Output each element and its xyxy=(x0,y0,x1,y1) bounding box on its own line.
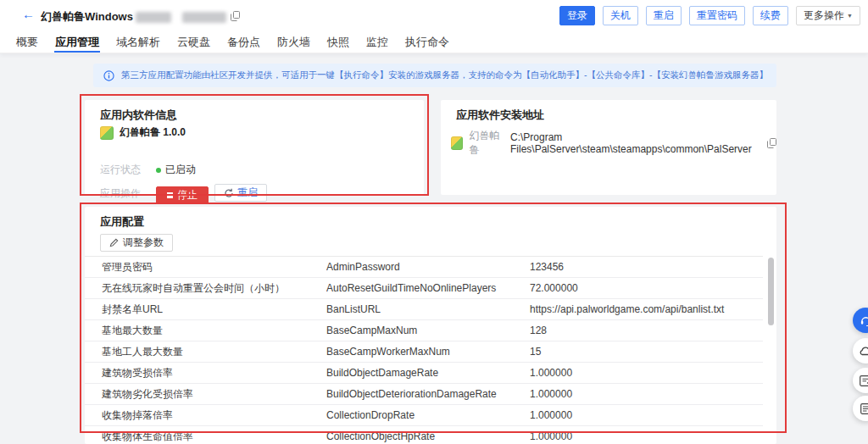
config-row: 基地工人最大数量BaseCampWorkerMaxNum15 xyxy=(85,341,763,363)
more-actions-label: 更多操作 xyxy=(804,9,844,21)
card-title: 应用内软件信息 xyxy=(100,108,177,123)
cloud-button[interactable] xyxy=(853,338,868,364)
config-row: 无在线玩家时自动重置公会时间（小时）AutoResetGuildTimeNoOn… xyxy=(85,278,763,299)
stop-app-button[interactable]: 停止 xyxy=(156,186,209,204)
config-row: 建筑物受损倍率BuildObjectDamageRate1.000000 xyxy=(85,363,763,384)
tab-5[interactable]: 防火墙 xyxy=(276,31,311,53)
config-key: AdminPassword xyxy=(326,261,530,273)
info-banner: 第三方应用配置功能由社区开发并提供，可适用于一键【执行命令】安装的游戏服务器，支… xyxy=(93,64,776,87)
palworld-app-icon xyxy=(100,126,114,140)
config-value: 1.000000 xyxy=(530,367,763,379)
config-label: 无在线玩家时自动重置公会时间（小时） xyxy=(85,281,326,296)
card-title: 应用配置 xyxy=(100,214,144,230)
config-table: 管理员密码AdminPassword123456无在线玩家时自动重置公会时间（小… xyxy=(85,256,763,444)
chevron-down-icon: ▼ xyxy=(847,13,853,19)
redacted-text xyxy=(182,12,226,23)
config-label: 管理员密码 xyxy=(85,260,326,275)
app-name-version: 幻兽帕鲁 1.0.0 xyxy=(120,125,186,140)
config-row: 收集物掉落倍率CollectionDropRate1.000000 xyxy=(85,405,763,426)
status-dot-icon xyxy=(156,168,161,173)
tab-3[interactable]: 云硬盘 xyxy=(176,31,211,53)
table-scrollbar[interactable] xyxy=(768,258,774,325)
config-value: 72.000000 xyxy=(530,282,763,294)
document-edit-icon xyxy=(860,375,868,386)
form-icon xyxy=(860,403,868,414)
config-key: AutoResetGuildTimeNoOnlinePlayers xyxy=(326,282,530,294)
shutdown-button[interactable]: 关机 xyxy=(603,6,638,25)
header-actions: 登录 关机 重启 重置密码 续费 更多操作▼ xyxy=(559,6,860,25)
tab-4[interactable]: 备份点 xyxy=(226,31,261,53)
app-info-card: 应用内软件信息 幻兽帕鲁 1.0.0 运行状态 已启动 应用操作 停止 重启 xyxy=(85,100,424,195)
reset-password-button[interactable]: 重置密码 xyxy=(689,6,745,25)
config-key: BaseCampWorkerMaxNum xyxy=(326,346,530,358)
adjust-params-label: 调整参数 xyxy=(123,236,164,250)
config-value: 1.000000 xyxy=(530,409,763,421)
config-key: BanListURL xyxy=(326,303,530,315)
palworld-app-icon xyxy=(451,136,463,150)
config-label: 建筑物劣化受损倍率 xyxy=(85,387,326,402)
config-row: 管理员密码AdminPassword123456 xyxy=(85,257,763,278)
config-label: 基地工人最大数量 xyxy=(85,345,326,359)
headset-icon xyxy=(860,314,868,327)
config-key: BuildObjectDamageRate xyxy=(326,367,530,379)
page-title: 幻兽帕鲁Windows xyxy=(41,9,133,25)
info-icon xyxy=(103,70,114,81)
restart-app-button[interactable]: 重启 xyxy=(214,184,267,202)
redacted-text xyxy=(136,12,171,23)
card-title: 应用软件安装地址 xyxy=(456,108,544,123)
banner-text: 第三方应用配置功能由社区开发并提供，可适用于一键【执行命令】安装的游戏服务器，支… xyxy=(121,69,766,81)
config-row: 建筑物劣化受损倍率BuildObjectDeteriorationDamageR… xyxy=(85,384,763,405)
config-label: 收集物掉落倍率 xyxy=(85,408,326,423)
feedback-button[interactable] xyxy=(853,368,868,393)
stop-icon xyxy=(167,192,173,198)
config-value: 1.000000 xyxy=(530,388,763,400)
config-value: https://api.palworldgame.com/api/banlist… xyxy=(530,303,763,315)
install-path: C:\Program Files\PalServer\steam\steamap… xyxy=(510,131,760,155)
tab-6[interactable]: 快照 xyxy=(326,31,350,53)
config-row: 基地最大数量BaseCampMaxNum128 xyxy=(85,320,763,341)
config-row: 收集物体生命值倍率CollectionObjectHpRate1.000000 xyxy=(85,426,763,444)
renew-button[interactable]: 续费 xyxy=(753,6,788,25)
install-app-name: 幻兽帕鲁 xyxy=(470,129,504,158)
more-actions-button[interactable]: 更多操作▼ xyxy=(796,6,860,25)
config-value: 128 xyxy=(530,325,763,336)
back-arrow-icon[interactable]: ← xyxy=(22,7,35,21)
config-value: 123456 xyxy=(530,261,763,273)
app-config-card: 应用配置 调整参数 管理员密码AdminPassword123456无在线玩家时… xyxy=(85,207,776,444)
copy-icon[interactable] xyxy=(767,138,776,148)
config-key: CollectionDropRate xyxy=(326,409,530,421)
action-label: 应用操作 xyxy=(100,186,144,201)
config-label: 收集物体生命值倍率 xyxy=(85,430,326,444)
survey-button[interactable] xyxy=(853,396,868,421)
config-key: CollectionObjectHpRate xyxy=(326,430,530,442)
tab-2[interactable]: 域名解析 xyxy=(115,31,161,53)
tab-8[interactable]: 执行命令 xyxy=(404,31,450,53)
config-key: BuildObjectDeteriorationDamageRate xyxy=(326,388,530,400)
config-key: BaseCampMaxNum xyxy=(326,325,530,336)
config-label: 建筑物受损倍率 xyxy=(85,366,326,380)
tab-0[interactable]: 概要 xyxy=(15,31,39,53)
status-label: 运行状态 xyxy=(100,163,144,177)
install-path-card: 应用软件安装地址 幻兽帕鲁 C:\Program Files\PalServer… xyxy=(441,100,776,195)
config-label: 封禁名单URL xyxy=(85,302,326,317)
tab-1[interactable]: 应用管理 xyxy=(54,31,100,53)
tab-7[interactable]: 监控 xyxy=(365,31,389,53)
config-value: 15 xyxy=(530,346,763,358)
cloud-icon xyxy=(859,346,868,356)
pencil-icon xyxy=(109,238,119,247)
config-row: 封禁名单URLBanListURLhttps://api.palworldgam… xyxy=(85,299,763,320)
top-bar: ← 幻兽帕鲁Windows 登录 关机 重启 重置密码 续费 更多操作▼ xyxy=(0,0,868,31)
status-value: 已启动 xyxy=(156,163,196,177)
config-value: 1.000000 xyxy=(530,430,763,442)
adjust-params-button[interactable]: 调整参数 xyxy=(100,234,173,252)
customer-service-button[interactable] xyxy=(853,308,868,333)
restart-button[interactable]: 重启 xyxy=(646,6,682,25)
login-button[interactable]: 登录 xyxy=(559,6,595,25)
config-label: 基地最大数量 xyxy=(85,324,326,338)
copy-icon[interactable] xyxy=(231,11,240,21)
tab-bar: 概要应用管理域名解析云硬盘备份点防火墙快照监控执行命令 xyxy=(0,31,868,53)
